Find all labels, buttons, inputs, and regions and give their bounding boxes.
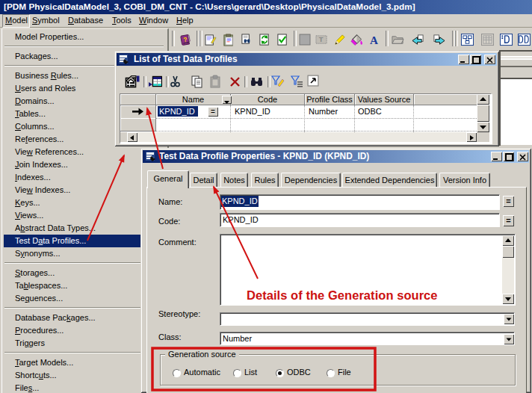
svg-text:Details of the Generation sour: Details of the Generation source (247, 288, 438, 302)
